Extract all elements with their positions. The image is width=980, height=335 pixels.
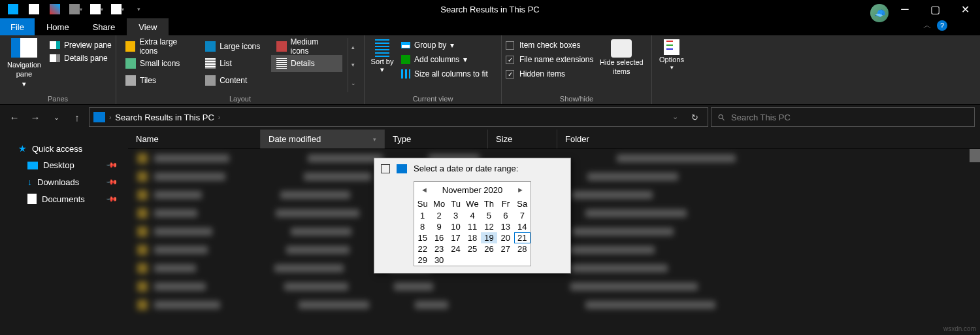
help-icon[interactable]: ? [937,20,947,31]
calendar-day[interactable]: 11 [464,221,480,232]
list-item[interactable] [128,277,980,296]
calendar-day[interactable]: 9 [431,221,447,232]
history-dropdown[interactable]: ⌄ [47,108,65,126]
calendar-day[interactable]: 3 [448,210,464,221]
col-date-modified[interactable]: Date modified▾ [261,130,385,149]
qat-icon[interactable]: ▾ [65,0,86,18]
calendar-day[interactable]: 22 [414,243,431,255]
file-name-extensions[interactable]: ✓File name extensions [506,55,593,64]
calendar-day[interactable]: 21 [514,232,531,243]
sidebar-desktop[interactable]: Desktop📌 [0,157,128,173]
back-button[interactable]: ← [5,108,24,126]
layout-medium[interactable]: Medium icons [271,38,342,55]
group-by-button[interactable]: Group by ▾ [401,41,488,50]
close-button[interactable]: ✕ [950,0,980,18]
layout-large[interactable]: Large icons [200,38,271,55]
calendar-day[interactable]: 1 [414,210,431,221]
qat-icon[interactable]: ▾ [107,0,128,18]
layout-tiles[interactable]: Tiles [120,72,200,89]
breadcrumb[interactable]: › Search Results in This PC › ⌄ ↻ [89,107,708,127]
calendar-day[interactable]: 29 [414,255,431,266]
calendar-day[interactable]: 26 [481,243,497,255]
calendar-day[interactable]: 18 [464,232,480,243]
layout-details[interactable]: Details [271,55,342,72]
hidden-items[interactable]: ✓Hidden items [506,69,593,79]
calendar-day[interactable]: 5 [481,210,497,221]
item-check-boxes[interactable]: Item check boxes [506,41,593,50]
sidebar-downloads[interactable]: ↓Downloads📌 [0,173,128,190]
calendar-day[interactable]: 16 [431,232,447,243]
sort-by-button[interactable]: Sort by ▾ [368,38,396,92]
breadcrumb-dropdown[interactable]: ⌄ [667,113,683,122]
calendar-day[interactable]: 20 [497,232,514,243]
search-placeholder: Search This PC [731,113,791,122]
calendar-month[interactable]: November 2020 [442,185,503,195]
maximize-button[interactable]: ▢ [920,0,950,18]
next-month-button[interactable]: ► [514,185,527,195]
calendar-day[interactable]: 2 [431,210,447,221]
calendar-day[interactable]: 27 [497,243,514,255]
minimize-button[interactable]: ─ [890,0,920,18]
col-type[interactable]: Type [385,130,488,149]
calendar-day-header: We [464,198,480,210]
qat-icon[interactable]: ▾ [86,0,107,18]
qat-icon[interactable] [3,0,24,18]
calendar-day[interactable]: 15 [414,232,431,243]
home-tab[interactable]: Home [35,18,81,35]
calendar-day[interactable]: 6 [497,210,514,221]
calendar-day[interactable]: 10 [448,221,464,232]
layout-content[interactable]: Content [200,72,271,89]
size-icon [401,69,410,79]
forward-button[interactable]: → [26,108,44,126]
refresh-button[interactable]: ↻ [686,113,704,122]
options-button[interactable]: Options ▾ [656,38,687,100]
calendar-day[interactable]: 4 [464,210,480,221]
hide-selected-button[interactable]: Hide selected items [598,38,644,92]
calendar-day-header: Mo [431,198,447,210]
calendar-day[interactable]: 28 [514,243,531,255]
ribbon-collapse-icon[interactable]: ︿ [923,20,932,31]
layout-small[interactable]: Small icons [120,55,200,72]
calendar-day[interactable]: 19 [481,232,497,243]
col-folder[interactable]: Folder [557,130,980,149]
details-pane-button[interactable]: Details pane [50,54,112,63]
calendar-day[interactable]: 24 [448,243,464,255]
layout-scroll[interactable]: ▴▾⌄ [348,38,358,92]
view-tab[interactable]: View [127,18,169,35]
calendar-day[interactable]: 30 [431,255,447,266]
columns-icon [401,55,410,64]
calendar-day[interactable]: 17 [448,232,464,243]
calendar-day[interactable]: 13 [497,221,514,232]
sidebar-documents[interactable]: Documents📌 [0,190,128,207]
share-tab[interactable]: Share [81,18,127,35]
prev-month-button[interactable]: ◄ [418,185,431,195]
qat-icon[interactable] [24,0,44,18]
preview-pane-button[interactable]: Preview pane [50,41,112,50]
qat-icon[interactable] [44,0,65,18]
ribbon-group-panes: Navigation pane ▾ Preview pane Details p… [0,35,116,104]
layout-list[interactable]: List [200,55,271,72]
calendar-day-header: Sa [514,198,531,210]
col-name[interactable]: Name [128,130,261,149]
calendar-day[interactable]: 25 [464,243,480,255]
vertical-scrollbar[interactable] [970,149,980,162]
add-columns-button[interactable]: Add columns ▾ [401,55,488,64]
qat-dropdown[interactable]: ▾ [128,0,149,18]
list-item[interactable] [128,296,980,314]
calendar-day[interactable]: 12 [481,221,497,232]
user-avatar-icon[interactable]: 🧢 [870,4,889,22]
layout-extra-large[interactable]: Extra large icons [120,38,200,55]
col-size[interactable]: Size [488,130,557,149]
calendar-day[interactable]: 23 [431,243,447,255]
file-tab[interactable]: File [0,18,35,35]
sidebar-quick-access[interactable]: ★Quick access [0,140,128,157]
calendar-day[interactable]: 7 [514,210,531,221]
navigation-pane-button[interactable]: Navigation pane ▾ [4,38,44,92]
calendar-day[interactable]: 8 [414,221,431,232]
search-input[interactable]: ⚲ Search This PC [711,107,975,127]
up-button[interactable]: ↑ [68,108,86,126]
calendar-day[interactable]: 14 [514,221,531,232]
date-filter-checkbox[interactable] [381,164,390,173]
chevron-down-icon[interactable]: ▾ [373,136,376,143]
size-columns-button[interactable]: Size all columns to fit [401,69,488,79]
